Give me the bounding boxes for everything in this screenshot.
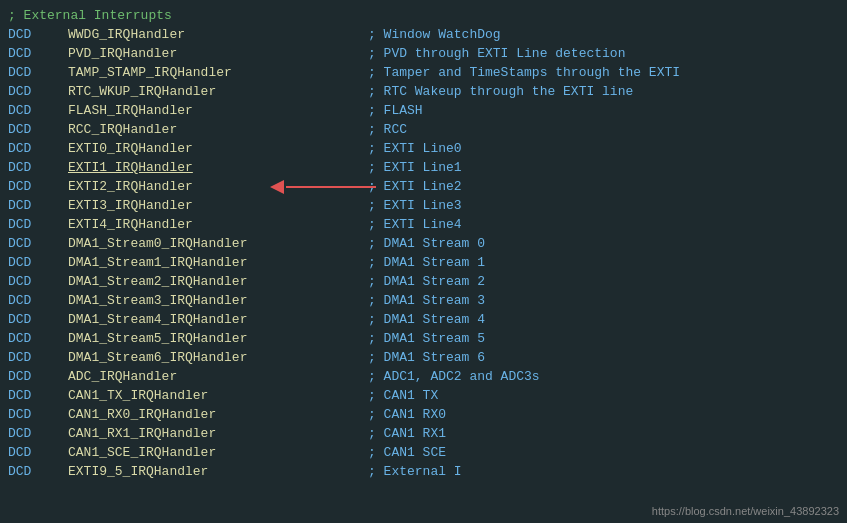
comment: ; EXTI Line3	[348, 198, 462, 213]
keyword: DCD	[8, 350, 68, 365]
comment: ; PVD through EXTI Line detection	[348, 46, 625, 61]
code-line: DCD DMA1_Stream4_IRQHandler ; DMA1 Strea…	[0, 310, 847, 329]
keyword: DCD	[8, 27, 68, 42]
comment: ; ADC1, ADC2 and ADC3s	[348, 369, 540, 384]
keyword: DCD	[8, 198, 68, 213]
handler-name: DMA1_Stream4_IRQHandler	[68, 312, 348, 327]
keyword: DCD	[8, 255, 68, 270]
handler-name: DMA1_Stream6_IRQHandler	[68, 350, 348, 365]
keyword: DCD	[8, 369, 68, 384]
comment: ; Window WatchDog	[348, 27, 501, 42]
handler-name: ADC_IRQHandler	[68, 369, 348, 384]
handler-name: CAN1_RX1_IRQHandler	[68, 426, 348, 441]
handler-name: CAN1_TX_IRQHandler	[68, 388, 348, 403]
section-comment: ; External Interrupts	[8, 8, 172, 23]
code-line: DCD DMA1_Stream5_IRQHandler ; DMA1 Strea…	[0, 329, 847, 348]
handler-name: EXTI3_IRQHandler	[68, 198, 348, 213]
keyword: DCD	[8, 445, 68, 460]
keyword: DCD	[8, 312, 68, 327]
comment: ; CAN1 RX1	[348, 426, 446, 441]
handler-name: FLASH_IRQHandler	[68, 103, 348, 118]
comment: ; EXTI Line4	[348, 217, 462, 232]
comment: ; DMA1 Stream 2	[348, 274, 485, 289]
handler-name: EXTI0_IRQHandler	[68, 141, 348, 156]
comment: ; RCC	[348, 122, 407, 137]
code-line: DCD EXTI4_IRQHandler ; EXTI Line4	[0, 215, 847, 234]
code-line: DCD DMA1_Stream2_IRQHandler ; DMA1 Strea…	[0, 272, 847, 291]
code-line: DCD DMA1_Stream1_IRQHandler ; DMA1 Strea…	[0, 253, 847, 272]
handler-name: RCC_IRQHandler	[68, 122, 348, 137]
keyword: DCD	[8, 464, 68, 479]
code-line: DCD FLASH_IRQHandler ; FLASH	[0, 101, 847, 120]
comment: ; CAN1 TX	[348, 388, 438, 403]
comment: ; CAN1 SCE	[348, 445, 446, 460]
handler-name: CAN1_SCE_IRQHandler	[68, 445, 348, 460]
handler-name: EXTI4_IRQHandler	[68, 217, 348, 232]
comment: ; DMA1 Stream 4	[348, 312, 485, 327]
handler-name: DMA1_Stream2_IRQHandler	[68, 274, 348, 289]
code-line: DCD DMA1_Stream6_IRQHandler ; DMA1 Strea…	[0, 348, 847, 367]
handler-name: DMA1_Stream5_IRQHandler	[68, 331, 348, 346]
handler-name: DMA1_Stream1_IRQHandler	[68, 255, 348, 270]
handler-name: CAN1_RX0_IRQHandler	[68, 407, 348, 422]
code-line: DCD CAN1_RX1_IRQHandler ; CAN1 RX1	[0, 424, 847, 443]
code-line: DCD EXTI2_IRQHandler ; EXTI Line2	[0, 177, 847, 196]
keyword: DCD	[8, 65, 68, 80]
code-line: DCD DMA1_Stream3_IRQHandler ; DMA1 Strea…	[0, 291, 847, 310]
keyword: DCD	[8, 217, 68, 232]
code-line: DCD TAMP_STAMP_IRQHandler ; Tamper and T…	[0, 63, 847, 82]
code-line: DCD RTC_WKUP_IRQHandler ; RTC Wakeup thr…	[0, 82, 847, 101]
comment: ; DMA1 Stream 3	[348, 293, 485, 308]
handler-name: EXTI9_5_IRQHandler	[68, 464, 348, 479]
handler-name: PVD_IRQHandler	[68, 46, 348, 61]
code-line: DCD CAN1_SCE_IRQHandler ; CAN1 SCE	[0, 443, 847, 462]
keyword: DCD	[8, 160, 68, 175]
comment: ; External I	[348, 464, 462, 479]
comment: ; DMA1 Stream 0	[348, 236, 485, 251]
code-line: DCD EXTI1_IRQHandler ; EXTI Line1	[0, 158, 847, 177]
handler-name: EXTI1_IRQHandler	[68, 160, 348, 175]
code-editor: ; External Interrupts DCD WWDG_IRQHandle…	[0, 0, 847, 523]
keyword: DCD	[8, 388, 68, 403]
keyword: DCD	[8, 141, 68, 156]
arrow-head	[270, 180, 284, 194]
code-line: DCD RCC_IRQHandler ; RCC	[0, 120, 847, 139]
keyword: DCD	[8, 426, 68, 441]
code-line: DCD PVD_IRQHandler ; PVD through EXTI Li…	[0, 44, 847, 63]
keyword: DCD	[8, 103, 68, 118]
handler-name: TAMP_STAMP_IRQHandler	[68, 65, 348, 80]
keyword: DCD	[8, 293, 68, 308]
comment: ; Tamper and TimeStamps through the EXTI	[348, 65, 680, 80]
code-line: DCD ADC_IRQHandler ; ADC1, ADC2 and ADC3…	[0, 367, 847, 386]
handler-name: RTC_WKUP_IRQHandler	[68, 84, 348, 99]
comment: ; DMA1 Stream 6	[348, 350, 485, 365]
comment: ; FLASH	[348, 103, 423, 118]
handler-name: DMA1_Stream3_IRQHandler	[68, 293, 348, 308]
comment: ; EXTI Line1	[348, 160, 462, 175]
keyword: DCD	[8, 122, 68, 137]
code-line: ; External Interrupts	[0, 6, 847, 25]
code-line: DCD CAN1_TX_IRQHandler ; CAN1 TX	[0, 386, 847, 405]
keyword: DCD	[8, 84, 68, 99]
code-line: DCD CAN1_RX0_IRQHandler ; CAN1 RX0	[0, 405, 847, 424]
keyword: DCD	[8, 331, 68, 346]
keyword: DCD	[8, 236, 68, 251]
code-line: DCD EXTI0_IRQHandler ; EXTI Line0	[0, 139, 847, 158]
watermark: https://blog.csdn.net/weixin_43892323	[652, 505, 839, 517]
comment: ; DMA1 Stream 1	[348, 255, 485, 270]
comment: ; DMA1 Stream 5	[348, 331, 485, 346]
comment: ; EXTI Line0	[348, 141, 462, 156]
code-line: DCD EXTI9_5_IRQHandler ; External I	[0, 462, 847, 481]
keyword: DCD	[8, 407, 68, 422]
keyword: DCD	[8, 274, 68, 289]
code-line: DCD EXTI3_IRQHandler ; EXTI Line3	[0, 196, 847, 215]
comment: ; RTC Wakeup through the EXTI line	[348, 84, 633, 99]
code-line: DCD DMA1_Stream0_IRQHandler ; DMA1 Strea…	[0, 234, 847, 253]
comment: ; CAN1 RX0	[348, 407, 446, 422]
handler-name: WWDG_IRQHandler	[68, 27, 348, 42]
code-line: DCD WWDG_IRQHandler ; Window WatchDog	[0, 25, 847, 44]
arrow-indicator	[270, 180, 376, 194]
arrow-line	[286, 186, 376, 188]
keyword: DCD	[8, 46, 68, 61]
keyword: DCD	[8, 179, 68, 194]
